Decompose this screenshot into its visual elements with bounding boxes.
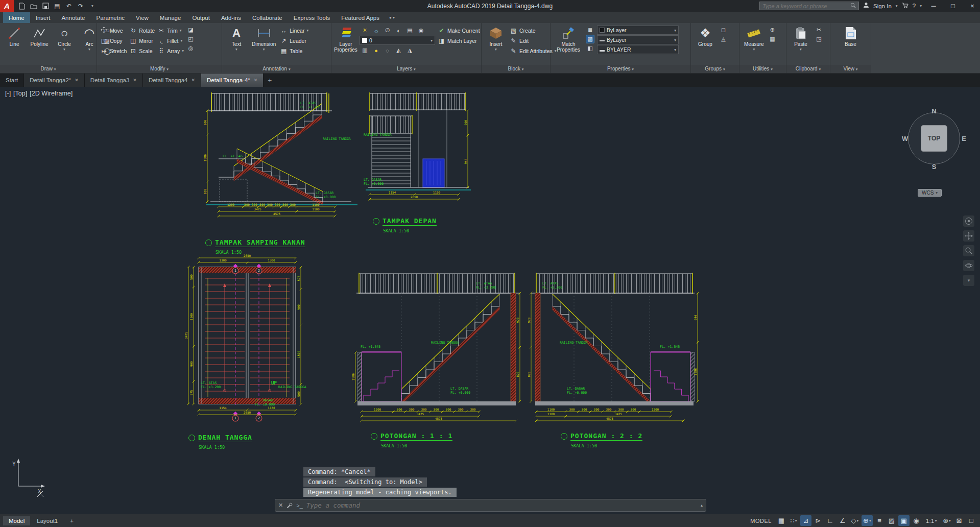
tab-view[interactable]: View [130, 12, 154, 23]
layer-walk-icon[interactable]: ◌ [383, 46, 392, 55]
panel-label-layers[interactable]: Layers ▾ [331, 65, 481, 73]
qat-dropdown-icon[interactable]: ▾ [87, 2, 98, 11]
polyline-button[interactable]: Polyline [28, 25, 51, 65]
ungroup-icon[interactable]: ◻ [719, 26, 728, 34]
object-snap-icon[interactable]: ⊕▾ [862, 515, 873, 526]
line-button[interactable]: Line [3, 25, 26, 65]
layer-plot-icon[interactable]: ▤ [405, 26, 414, 35]
redo-icon[interactable]: ↷ [76, 2, 86, 11]
autocad-logo[interactable]: A [0, 0, 14, 12]
search-input[interactable] [762, 3, 848, 9]
layer-dropdown[interactable]: 0▾ [360, 36, 435, 45]
file-tab-tangga4[interactable]: Detail Tangga4✕ [143, 74, 201, 87]
panel-label-groups[interactable]: Groups ▾ [691, 65, 739, 73]
ribbon-options-button[interactable]: ● ▾ [385, 12, 399, 23]
properties-paint-icon[interactable]: ◧ [586, 44, 594, 53]
annotation-scale-button[interactable]: 1:1▾ [923, 515, 940, 526]
lineweight-icon[interactable]: ≡ [874, 515, 885, 526]
tab-insert[interactable]: Insert [30, 12, 56, 23]
maximize-button[interactable]: □ [945, 0, 961, 12]
navbar-more-icon[interactable]: ▾ [963, 275, 974, 286]
model-space-button[interactable]: MODEL [747, 515, 775, 526]
dimension-button[interactable]: Dimension▾ [250, 25, 277, 65]
command-line[interactable]: ✕ >_ ▴ [275, 499, 706, 512]
close-tab-icon[interactable]: ✕ [191, 78, 195, 83]
sign-in-button[interactable]: Sign In [873, 3, 892, 9]
help-icon[interactable]: ? [913, 3, 916, 10]
offset-icon[interactable]: ◎ [186, 44, 195, 53]
tab-manage[interactable]: Manage [154, 12, 187, 23]
command-input[interactable] [306, 501, 697, 509]
group-edit-icon[interactable]: ◬ [719, 35, 728, 43]
layer-properties-button[interactable]: Layer Properties [334, 25, 357, 65]
snap-icon[interactable]: ∷▾ [788, 515, 799, 526]
stretch-button[interactable]: ↦Stretch [100, 46, 127, 56]
command-recent-icon[interactable]: ▴ [701, 503, 703, 508]
grid-icon[interactable]: ▦ [776, 515, 787, 526]
layer-on-icon[interactable]: ☀ [361, 26, 369, 35]
match-layer-button[interactable]: ◨Match Layer [438, 36, 480, 45]
linear-button[interactable]: ↔Linear▾ [280, 26, 308, 35]
panel-label-modify[interactable]: Modify ▾ [97, 65, 222, 73]
file-tab-tangga2[interactable]: Detail Tangga2*✕ [24, 74, 85, 87]
infer-constraints-icon[interactable]: ⊿ [800, 515, 811, 526]
zoom-icon[interactable] [963, 245, 974, 256]
annotation-visibility-icon[interactable]: ◉ [911, 515, 922, 526]
viewport-menu-control[interactable]: [-] [5, 90, 11, 97]
tab-output[interactable]: Output [186, 12, 216, 23]
close-tab-icon[interactable]: ✕ [133, 78, 137, 83]
group-button[interactable]: ❖Group [694, 25, 716, 65]
leader-button[interactable]: ↗Leader [280, 36, 308, 45]
search-icon[interactable] [850, 3, 856, 10]
circle-button[interactable]: ○Circle▾ [53, 25, 76, 65]
close-tab-icon[interactable]: ✕ [75, 78, 79, 83]
tab-express-tools[interactable]: Express Tools [288, 12, 336, 23]
layer-isolate-icon[interactable]: ◉ [417, 26, 425, 35]
pan-icon[interactable] [963, 230, 974, 242]
panel-label-view[interactable]: View ▾ [830, 65, 871, 73]
tab-parametric[interactable]: Parametric [91, 12, 131, 23]
insert-button[interactable]: Insert▾ [485, 25, 507, 65]
help-caret-icon[interactable]: ▾ [920, 4, 922, 8]
id-point-icon[interactable]: ⊕ [768, 26, 777, 34]
file-tab-start[interactable]: Start [0, 74, 24, 87]
panel-label-block[interactable]: Block ▾ [482, 65, 550, 73]
app-store-icon[interactable] [902, 2, 909, 10]
layer-merge-icon[interactable]: ◭ [394, 46, 403, 55]
undo-icon[interactable]: ↶ [64, 2, 74, 11]
workspace-switching-icon[interactable]: ⊛▾ [941, 515, 952, 526]
lineweight-dropdown[interactable]: BYLAYER▾ [597, 45, 679, 54]
viewcube-south[interactable]: S [932, 163, 937, 171]
viewcube-east[interactable]: E [962, 135, 966, 142]
new-tab-button[interactable]: ＋ [264, 74, 276, 87]
sign-in-caret-icon[interactable]: ▾ [896, 4, 898, 8]
command-close-icon[interactable]: ✕ [278, 502, 283, 509]
tab-collaborate[interactable]: Collaborate [247, 12, 288, 23]
trim-button[interactable]: ✂Trim▾ [157, 26, 184, 35]
mirror-button[interactable]: ◫Mirror [129, 36, 155, 45]
base-button[interactable]: Base [840, 25, 862, 65]
isodraft-icon[interactable]: ◇▾ [849, 515, 861, 526]
table-button[interactable]: ▦Table [280, 46, 308, 56]
close-button[interactable]: × [965, 0, 980, 12]
close-tab-icon[interactable]: ✕ [254, 78, 258, 83]
file-tab-tangga-4-active[interactable]: Detail Tangga-4*✕ [201, 74, 264, 87]
layer-delete-icon[interactable]: ◮ [405, 46, 414, 55]
transparency-toggle-icon[interactable]: ▨ [586, 35, 594, 43]
search-box[interactable] [759, 2, 859, 10]
edit-attributes-button[interactable]: ✎Edit Attributes▾ [510, 46, 557, 56]
user-icon[interactable] [863, 2, 869, 10]
layer-freeze-icon[interactable]: ☼ [372, 26, 380, 35]
copy-clip-icon[interactable]: ◳ [815, 35, 823, 43]
new-file-icon[interactable] [17, 2, 27, 11]
move-button[interactable]: Move [100, 26, 127, 35]
wcs-dropdown[interactable]: WCS▾ [918, 189, 942, 197]
tab-add-ins[interactable]: Add-ins [216, 12, 247, 23]
create-block-button[interactable]: ▧Create [510, 26, 557, 35]
polar-tracking-icon[interactable]: ∠ [837, 515, 848, 526]
orbit-icon[interactable] [963, 260, 974, 271]
model-tab[interactable]: Model [3, 516, 30, 525]
viewport-view-control[interactable]: [Top] [13, 90, 27, 97]
minimize-button[interactable]: ─ [926, 0, 941, 12]
command-customize-icon[interactable] [286, 502, 293, 509]
